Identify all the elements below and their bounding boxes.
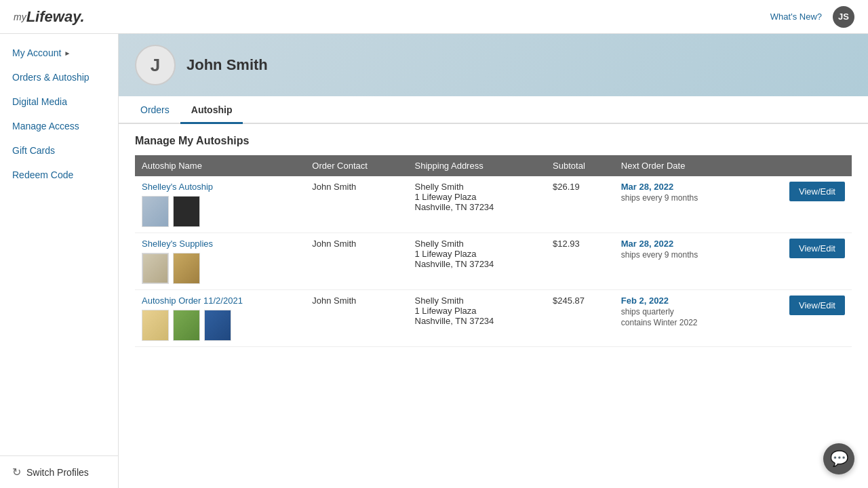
col-header-subtotal: Subtotal (546, 155, 614, 176)
product-thumb (142, 196, 169, 227)
whats-new-link[interactable]: What's New? (770, 12, 822, 22)
autoship-name-cell: Shelley's Supplies (135, 233, 305, 290)
view-edit-button[interactable]: View/Edit (789, 239, 845, 258)
contact-cell: John Smith (305, 290, 408, 347)
chevron-right-icon: ► (64, 49, 71, 57)
sidebar-item-label: Manage Access (12, 121, 79, 131)
main-layout: My Account ► Orders & Autoship Digital M… (0, 34, 868, 488)
sidebar-item-label: Digital Media (12, 96, 67, 107)
sidebar-item-my-account[interactable]: My Account ► (0, 41, 118, 65)
next-order-date: Feb 2, 2022 (621, 296, 742, 306)
action-cell: View/Edit (749, 176, 852, 233)
autoship-table: Autoship Name Order Contact Shipping Add… (135, 155, 852, 347)
sidebar-item-manage-access[interactable]: Manage Access (0, 114, 118, 138)
ships-info: ships every 9 months (621, 193, 742, 203)
address-line1: Shelly Smith (415, 182, 540, 192)
product-thumb (173, 196, 200, 227)
address-cell: Shelly Smith 1 Lifeway Plaza Nashville, … (408, 233, 547, 290)
chat-button[interactable]: 💬 (823, 443, 854, 474)
chat-icon: 💬 (830, 450, 848, 468)
action-cell: View/Edit (749, 233, 852, 290)
next-order-date: Mar 28, 2022 (621, 182, 742, 192)
address-line2: 1 Lifeway Plaza (415, 192, 540, 202)
tab-autoship[interactable]: Autoship (180, 98, 243, 124)
address-line1: Shelly Smith (415, 296, 540, 306)
next-order-cell: Feb 2, 2022 ships quarterly contains Win… (614, 290, 749, 347)
action-cell: View/Edit (749, 290, 852, 347)
page-title: Manage My Autoships (135, 135, 852, 147)
col-header-action (749, 155, 852, 176)
table-row: Shelley's Supplies John Smith (135, 233, 852, 290)
logo-lifeway: Lifeway. (26, 8, 85, 26)
profile-avatar: J (135, 45, 176, 85)
table-row: Shelley's Autoship John Smith (135, 176, 852, 233)
page-content: Manage My Autoships Autoship Name Order … (119, 124, 868, 358)
address-cell: Shelly Smith 1 Lifeway Plaza Nashville, … (408, 290, 547, 347)
product-thumbnails (142, 196, 298, 227)
ships-info: ships every 9 months (621, 250, 742, 260)
view-edit-button[interactable]: View/Edit (789, 296, 845, 315)
subtotal-cell: $12.93 (546, 233, 614, 290)
sidebar-item-orders-autoship[interactable]: Orders & Autoship (0, 65, 118, 89)
top-navigation: my Lifeway. What's New? JS (0, 0, 868, 34)
logo: my Lifeway. (14, 8, 85, 26)
address-cell: Shelly Smith 1 Lifeway Plaza Nashville, … (408, 176, 547, 233)
sidebar-item-label: My Account (12, 47, 61, 58)
product-thumb (173, 310, 200, 341)
sidebar: My Account ► Orders & Autoship Digital M… (0, 34, 119, 488)
product-thumb (142, 253, 169, 284)
sidebar-item-redeem-code[interactable]: Redeem Code (0, 163, 118, 187)
next-order-cell: Mar 28, 2022 ships every 9 months (614, 233, 749, 290)
tabs-bar: Orders Autoship (119, 98, 868, 124)
autoship-name-cell: Autoship Order 11/2/2021 (135, 290, 305, 347)
sidebar-item-label: Orders & Autoship (12, 72, 90, 83)
col-header-name: Autoship Name (135, 155, 305, 176)
autoship-name-link[interactable]: Shelley's Autoship (142, 182, 213, 192)
table-row: Autoship Order 11/2/2021 (135, 290, 852, 347)
product-thumbnails (142, 253, 298, 284)
col-header-next-order: Next Order Date (614, 155, 749, 176)
sidebar-item-gift-cards[interactable]: Gift Cards (0, 138, 118, 163)
address-line3: Nashville, TN 37234 (415, 316, 540, 326)
subtotal-cell: $245.87 (546, 290, 614, 347)
autoship-name-link[interactable]: Shelley's Supplies (142, 239, 213, 249)
next-order-date: Mar 28, 2022 (621, 239, 742, 249)
ships-contains: contains Winter 2022 (621, 318, 742, 327)
address-line3: Nashville, TN 37234 (415, 259, 540, 269)
autoship-name-cell: Shelley's Autoship (135, 176, 305, 233)
col-header-address: Shipping Address (408, 155, 547, 176)
address-line2: 1 Lifeway Plaza (415, 249, 540, 259)
switch-profiles-label: Switch Profiles (26, 467, 89, 478)
col-header-contact: Order Contact (305, 155, 408, 176)
address-line3: Nashville, TN 37234 (415, 202, 540, 212)
ships-quarterly: ships quarterly (621, 307, 742, 317)
profile-name: John Smith (186, 56, 268, 74)
switch-profiles-icon: ↻ (12, 466, 21, 479)
product-thumbnails (142, 310, 298, 341)
address-line1: Shelly Smith (415, 239, 540, 249)
sidebar-item-label: Redeem Code (12, 169, 73, 180)
contact-cell: John Smith (305, 176, 408, 233)
subtotal-cell: $26.19 (546, 176, 614, 233)
product-thumb (204, 310, 231, 341)
contact-cell: John Smith (305, 233, 408, 290)
tab-orders[interactable]: Orders (130, 98, 180, 124)
product-thumb (142, 310, 169, 341)
address-line2: 1 Lifeway Plaza (415, 306, 540, 316)
sidebar-nav: My Account ► Orders & Autoship Digital M… (0, 34, 118, 455)
product-thumb (173, 253, 200, 284)
profile-header: J John Smith (119, 34, 868, 96)
sidebar-item-label: Gift Cards (12, 145, 55, 156)
next-order-cell: Mar 28, 2022 ships every 9 months (614, 176, 749, 233)
logo-my: my (14, 12, 26, 22)
content-area: J John Smith Orders Autoship Manage My A… (119, 34, 868, 488)
user-avatar-small[interactable]: JS (833, 6, 854, 28)
switch-profiles-button[interactable]: ↻ Switch Profiles (0, 455, 118, 488)
view-edit-button[interactable]: View/Edit (789, 182, 845, 201)
sidebar-item-digital-media[interactable]: Digital Media (0, 89, 118, 114)
top-nav-right: What's New? JS (770, 6, 854, 28)
autoship-name-link[interactable]: Autoship Order 11/2/2021 (142, 296, 243, 306)
